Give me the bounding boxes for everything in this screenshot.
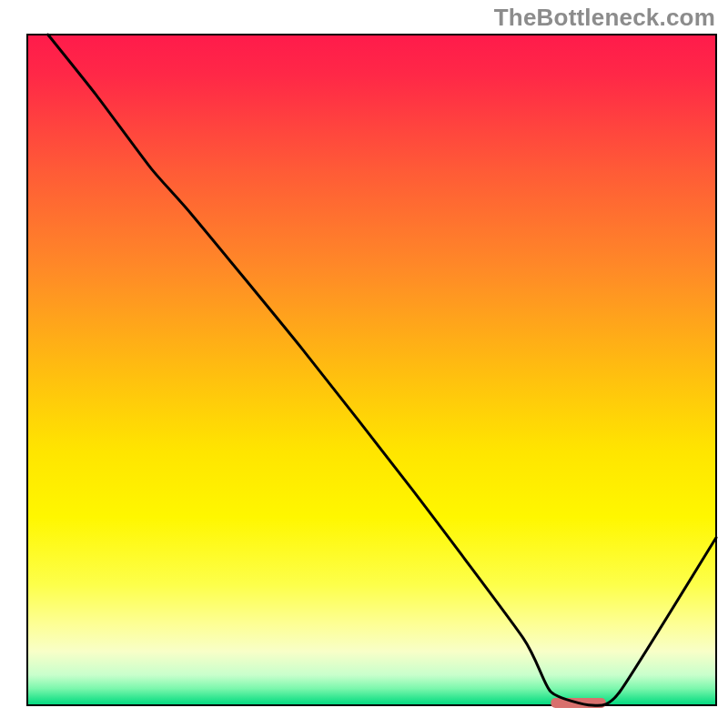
bottleneck-chart <box>0 0 728 728</box>
plot-background <box>27 35 716 705</box>
